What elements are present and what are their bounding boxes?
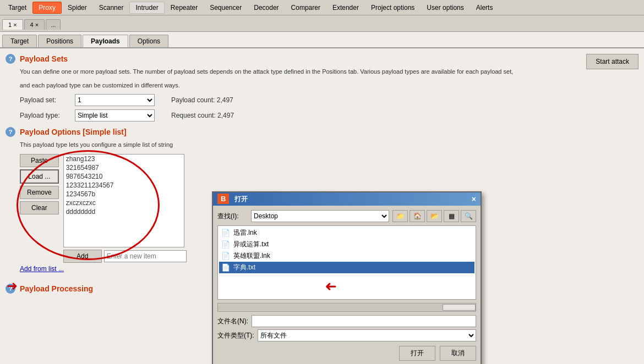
payload-buttons-group: Paste Load ... Remove Clear [20,154,59,263]
menu-user-options[interactable]: User options [421,2,470,14]
new-folder-icon[interactable]: 📁 [392,210,408,222]
file-name-3: 字典.txt [233,263,255,272]
menu-intruder[interactable]: Intruder [129,2,164,14]
remove-button[interactable]: Remove [20,186,59,199]
tab-bar: 1 × 4 × ... [0,15,644,32]
file-name-1: 异或运算.txt [233,240,269,249]
dialog-search-row: 查找(I): Desktop 📁 🏠 📂 ▦ 🔍 [217,210,476,222]
dialog-cancel-button[interactable]: 取消 [440,346,476,361]
dialog-body: 查找(I): Desktop 📁 🏠 📂 ▦ 🔍 📄 迅雷.lnk [213,206,481,364]
subtab-payloads[interactable]: Payloads [83,35,128,47]
list-item[interactable]: 321654987 [64,163,184,172]
menu-proxy[interactable]: Proxy [32,2,62,14]
clear-button[interactable]: Clear [20,201,59,214]
add-item-row: Add [63,250,187,263]
menu-spider[interactable]: Spider [62,2,93,14]
list-item[interactable]: zhang123 [64,155,184,163]
dialog-filetype-row: 文件类型(T): 所有文件 [217,329,476,341]
file-item-3[interactable]: 📄 字典.txt [219,262,474,273]
dialog-toolbar: 📁 🏠 📂 ▦ 🔍 [392,210,476,222]
menu-repeater[interactable]: Repeater [165,2,204,14]
file-icon-dict: 📄 [221,263,230,272]
payload-type-select[interactable]: Simple list Runtime file Custom iterator… [75,109,155,122]
red-arrow-left: ➜ [7,278,18,294]
file-dialog: B 打开 × 查找(I): Desktop 📁 🏠 📂 ▦ 🔍 [212,191,482,364]
dialog-title-bar: B 打开 × [213,192,481,206]
file-name-2: 英雄联盟.lnk [233,251,270,261]
payload-set-label: Payload set: [20,96,75,104]
start-attack-button[interactable]: Start attack [586,54,638,69]
file-icon-lnk2: 📄 [221,252,230,260]
new-item-input[interactable] [104,250,187,262]
dialog-path-select[interactable]: Desktop [251,210,389,222]
dialog-filename-label: 文件名(N): [217,317,248,326]
menu-scanner[interactable]: Scanner [93,2,130,14]
menu-extender[interactable]: Extender [326,2,365,14]
home-icon[interactable]: 🏠 [410,210,425,222]
load-button[interactable]: Load ... [20,169,59,184]
menu-decoder[interactable]: Decoder [248,2,285,14]
dialog-filename-input[interactable] [252,315,476,327]
red-arrow-right: ➜ [325,278,337,295]
menu-project-options[interactable]: Project options [365,2,421,14]
payload-options-desc: This payload type lets you configure a s… [20,140,638,150]
folder-up-icon[interactable]: 📂 [427,210,442,222]
payload-options-title: Payload Options [Simple list] [20,128,127,136]
tab-more[interactable]: ... [46,19,61,30]
dialog-scrollbar[interactable] [217,303,476,312]
payload-sets-title: Payload Sets [20,54,68,63]
file-name-0: 迅雷.lnk [233,228,257,238]
list-item[interactable]: 1234567b [64,190,184,198]
payload-set-select[interactable]: 1 2 3 [75,94,155,106]
file-icon-txt: 📄 [221,240,230,249]
tab-1[interactable]: 1 × [2,19,23,30]
sub-tab-bar: Target Positions Payloads Options [0,32,644,48]
payload-list: zhang123 321654987 9876543210 1233211234… [63,154,184,247]
dialog-filename-row: 文件名(N): [217,315,476,327]
payload-sets-desc1: You can define one or more payload sets.… [20,67,638,76]
list-item[interactable]: 9876543210 [64,172,184,181]
menu-bar: Target Proxy Spider Scanner Intruder Rep… [0,0,644,15]
menu-alerts[interactable]: Alerts [470,2,499,14]
payload-sets-help-icon[interactable]: ? [6,54,15,64]
dialog-scrollbar-inner [218,304,476,311]
menu-target[interactable]: Target [2,2,32,14]
file-item-0[interactable]: 📄 迅雷.lnk [219,227,474,239]
dialog-title: B 打开 [217,195,248,204]
tab-4[interactable]: 4 × [24,19,45,30]
subtab-target[interactable]: Target [2,35,37,47]
payload-type-label: Payload type: [20,112,75,119]
payload-options-help-icon[interactable]: ? [6,127,15,137]
subtab-options[interactable]: Options [129,35,168,47]
list-item[interactable]: 1233211234567 [64,181,184,190]
paste-button[interactable]: Paste [20,154,59,167]
request-count-info: Request count: 2,497 [171,112,234,119]
dialog-scrollbar-thumb [443,304,476,311]
add-button[interactable]: Add [63,250,102,263]
payload-sets-desc2: and each payload type can be customized … [20,81,638,90]
payload-count-info: Payload count: 2,497 [171,96,233,104]
dialog-buttons: 打开 取消 [217,344,476,361]
search-icon[interactable]: 🔍 [461,210,476,222]
payload-processing-title: Payload Processing [20,284,93,293]
dialog-search-label: 查找(I): [217,212,248,221]
main-content: Start attack ? Payload Sets You can defi… [0,48,644,364]
dialog-filetype-label: 文件类型(T): [217,331,254,340]
file-item-1[interactable]: 📄 异或运算.txt [219,239,474,250]
list-item[interactable]: dddddddd [64,207,184,216]
dialog-open-button[interactable]: 打开 [399,346,435,361]
payload-type-row: Payload type: Simple list Runtime file C… [20,109,638,122]
list-item[interactable]: zxczxczxc [64,198,184,207]
file-item-2[interactable]: 📄 英雄联盟.lnk [219,250,474,262]
dialog-close-button[interactable]: × [472,195,476,203]
file-list-box[interactable]: 📄 迅雷.lnk 📄 异或运算.txt 📄 英雄联盟.lnk 📄 字典.txt [217,225,476,300]
list-view-icon[interactable]: ▦ [444,210,459,222]
payload-set-row: Payload set: 1 2 3 Payload count: 2,497 [20,94,638,106]
subtab-positions[interactable]: Positions [38,35,81,47]
payload-sets-section: ? Payload Sets You can define one or mor… [6,54,638,122]
file-icon-lnk: 📄 [221,229,230,237]
menu-comparer[interactable]: Comparer [285,2,326,14]
menu-sequencer[interactable]: Sequencer [204,2,248,14]
dialog-filetype-select[interactable]: 所有文件 [258,329,476,341]
